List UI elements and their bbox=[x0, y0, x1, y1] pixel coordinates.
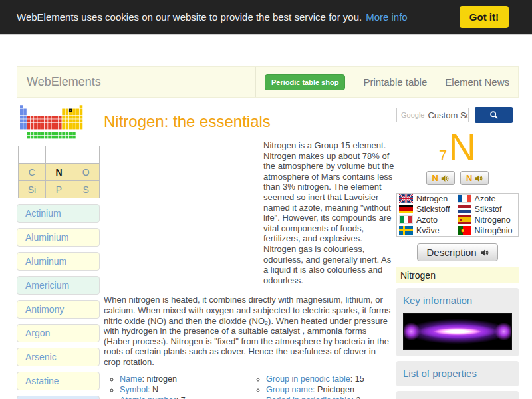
speaker-icon bbox=[481, 249, 489, 257]
neighbor-cell bbox=[45, 146, 72, 164]
element-symbol: N bbox=[448, 128, 476, 165]
list-of-properties-link[interactable]: List of properties bbox=[403, 368, 477, 379]
google-watermark: Google bbox=[401, 111, 424, 119]
neighbor-cell-C[interactable]: C bbox=[19, 164, 46, 181]
fact-separator: : bbox=[350, 374, 355, 384]
fact-name-value: nitrogen bbox=[147, 374, 178, 384]
fact-group-name-value: Pnictogen bbox=[317, 385, 354, 394]
search-icon bbox=[489, 110, 499, 120]
fact-group: Group in periodic table: 15 bbox=[266, 374, 379, 384]
cookie-more-info-link[interactable]: More info bbox=[366, 11, 408, 23]
flag-sweden-icon bbox=[399, 226, 413, 235]
periodic-table-shop-button[interactable]: Periodic table shop bbox=[265, 74, 345, 90]
language-name: Azote bbox=[475, 194, 496, 203]
intro-row: Nitrogen is a Group 15 element. Nitrogen… bbox=[104, 138, 394, 285]
fact-group-name: Group name: Pnictogen bbox=[266, 384, 379, 395]
neighbor-cell bbox=[19, 146, 46, 164]
fact-symbol-link[interactable]: Symbol bbox=[120, 385, 148, 394]
fact-symbol: Symbol: N bbox=[120, 384, 250, 395]
fact-separator: : bbox=[142, 374, 147, 384]
mini-periodic-table-icon bbox=[20, 105, 83, 139]
neighbor-cell-S[interactable]: S bbox=[72, 181, 100, 198]
element-link-actinium[interactable]: Actinium bbox=[17, 204, 100, 223]
right-sidebar: Google Custom Se 7 N N N bbox=[396, 103, 519, 399]
pronounce-symbol: N bbox=[466, 173, 472, 183]
second-paragraph: When nitrogen is heated, it combines dir… bbox=[104, 295, 394, 367]
neighbor-cell-O[interactable]: O bbox=[72, 164, 100, 181]
element-link-arsenic[interactable]: Arsenic bbox=[17, 348, 100, 366]
element-link-argon[interactable]: Argon bbox=[17, 324, 100, 342]
fact-period-value: 2 bbox=[356, 396, 360, 399]
page-title: Nitrogen: the essentials bbox=[104, 112, 394, 131]
cookie-accept-button[interactable]: Got it! bbox=[460, 6, 509, 28]
fact-separator: : bbox=[176, 396, 181, 399]
flag-spain-icon bbox=[458, 215, 471, 224]
pronounce-button-2[interactable]: N bbox=[460, 171, 489, 185]
language-name: Nitrógeno bbox=[475, 215, 511, 225]
element-symbol-display: 7 N bbox=[396, 128, 519, 165]
neighbor-cell-N-current[interactable]: N bbox=[45, 164, 72, 181]
fact-group-value: 15 bbox=[355, 374, 364, 384]
description-label: Description bbox=[426, 247, 476, 258]
intro-paragraph: Nitrogen is a Group 15 element. Nitrogen… bbox=[263, 140, 394, 285]
fact-group-name-link[interactable]: Group name bbox=[266, 385, 313, 394]
cookie-banner: WebElements uses cookies on our website … bbox=[0, 0, 532, 35]
neighbor-cell-Si[interactable]: Si bbox=[19, 181, 46, 198]
brand-logo[interactable]: WebElements bbox=[17, 67, 255, 97]
language-name: Stikstof bbox=[475, 205, 502, 214]
language-name: Stickstoff bbox=[416, 205, 450, 214]
mini-periodic-table[interactable] bbox=[17, 103, 100, 142]
fact-separator: : bbox=[313, 385, 317, 394]
fact-name-link[interactable]: Name bbox=[120, 374, 142, 384]
fact-atomic-number-link[interactable]: Atomic number bbox=[120, 396, 176, 399]
page: WebElements Periodic table shop Printabl… bbox=[0, 35, 532, 399]
speaker-icon bbox=[475, 174, 483, 182]
neighbor-elements-table: C N O Si P S bbox=[18, 146, 100, 198]
section-header-nitrogen: Nitrogen bbox=[396, 267, 519, 283]
nav-printable-table[interactable]: Printable table bbox=[363, 76, 427, 88]
atomic-number: 7 bbox=[439, 147, 447, 164]
fact-period-link[interactable]: Period in periodic table bbox=[266, 396, 351, 399]
language-name: Azoto bbox=[416, 215, 438, 225]
element-link-barium[interactable]: Barium bbox=[17, 396, 100, 399]
flag-uk-icon bbox=[399, 194, 413, 203]
facts-list-left: Name: nitrogen Symbol: N Atomic number: … bbox=[104, 374, 250, 399]
media-placeholder bbox=[104, 138, 263, 268]
language-names-table: Nitrogen Azote Stickstoff Stikstof Azoto… bbox=[396, 193, 519, 237]
pronounce-button-1[interactable]: N bbox=[426, 171, 455, 185]
search-placeholder: Custom Se bbox=[428, 110, 469, 120]
element-link-aluminium[interactable]: Aluminium bbox=[17, 228, 100, 247]
fact-group-link[interactable]: Group in periodic table bbox=[266, 374, 350, 384]
element-link-astatine[interactable]: Astatine bbox=[17, 372, 100, 390]
language-name: Kväve bbox=[416, 226, 440, 235]
flag-italy-icon bbox=[399, 215, 413, 224]
fact-symbol-value: N bbox=[152, 385, 158, 394]
history-panel: History bbox=[396, 391, 519, 399]
search-row: Google Custom Se bbox=[396, 107, 519, 123]
fact-name: Name: nitrogen bbox=[120, 374, 250, 384]
site-header: WebElements Periodic table shop Printabl… bbox=[17, 66, 519, 98]
fact-separator: : bbox=[148, 385, 152, 394]
element-link-antimony[interactable]: Antimony bbox=[17, 300, 100, 319]
key-information-link[interactable]: Key information bbox=[403, 295, 472, 306]
search-button[interactable] bbox=[475, 107, 513, 123]
fact-atomic-number-value: 7 bbox=[181, 396, 186, 399]
language-name: Nitrogênio bbox=[475, 226, 513, 235]
language-name: Nitrogen bbox=[416, 194, 448, 203]
flag-netherlands-icon bbox=[458, 205, 471, 213]
facts-lists: Name: nitrogen Symbol: N Atomic number: … bbox=[104, 374, 394, 399]
description-audio-button[interactable]: Description bbox=[417, 243, 497, 261]
flag-portugal-icon bbox=[458, 226, 471, 235]
pronunciation-buttons: N N bbox=[396, 171, 519, 185]
search-input[interactable]: Google Custom Se bbox=[396, 108, 469, 122]
element-link-americium[interactable]: Americium bbox=[17, 276, 100, 295]
fact-atomic-number: Atomic number: 7 bbox=[120, 395, 250, 399]
neighbor-cell bbox=[72, 146, 100, 164]
nav-element-news[interactable]: Element News bbox=[445, 76, 509, 88]
list-of-properties-panel: List of properties bbox=[396, 361, 519, 386]
nav-cell-printable: Printable table bbox=[354, 67, 436, 97]
nav-cell-news: Element News bbox=[436, 67, 518, 97]
element-link-aluminum[interactable]: Aluminum bbox=[17, 252, 100, 271]
cookie-message: WebElements uses cookies on our website … bbox=[17, 11, 362, 23]
neighbor-cell-P[interactable]: P bbox=[45, 181, 72, 198]
